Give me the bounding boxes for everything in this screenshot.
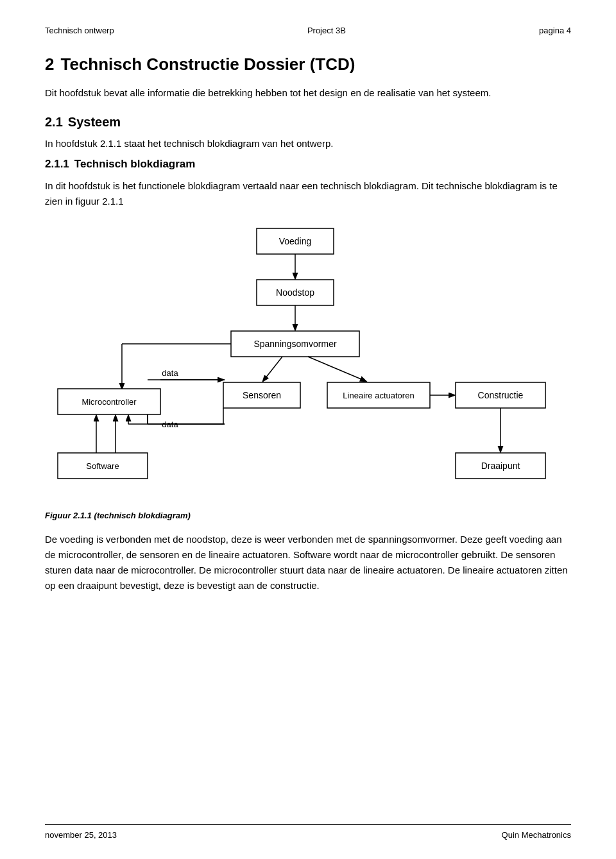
svg-text:Draaipunt: Draaipunt — [481, 461, 520, 471]
section-211-title: 2.1.1Technisch blokdiagram — [45, 158, 571, 171]
section-211-text1: In dit hoofdstuk is het functionele blok… — [45, 178, 571, 209]
section-21-text: In hoofdstuk 2.1.1 staat het technisch b… — [45, 136, 571, 151]
header-left: Technisch ontwerp — [45, 26, 114, 35]
description-text: De voeding is verbonden met de noodstop,… — [45, 532, 571, 593]
block-diagram: Voeding Noodstop Spanningsomvormer data — [45, 222, 571, 498]
chapter-number: 2 — [45, 55, 54, 74]
svg-line-8 — [263, 357, 282, 381]
svg-text:Sensoren: Sensoren — [243, 390, 281, 400]
page-footer: november 25, 2013 Quin Mechatronics — [45, 824, 571, 840]
svg-text:data: data — [162, 368, 178, 378]
header-right: pagina 4 — [539, 26, 571, 35]
section-211-number: 2.1.1 — [45, 158, 69, 170]
intro-text: Dit hoofdstuk bevat alle informatie die … — [45, 86, 571, 101]
section-211-title-text: Technisch blokdiagram — [74, 158, 196, 170]
section-21-number: 2.1 — [45, 115, 63, 129]
svg-text:Noodstop: Noodstop — [276, 287, 314, 298]
figure-caption: Figuur 2.1.1 (technisch blokdiagram) — [45, 511, 571, 520]
footer-right: Quin Mechatronics — [502, 830, 571, 840]
svg-text:Constructie: Constructie — [478, 390, 524, 400]
svg-text:Spanningsomvormer: Spanningsomvormer — [253, 339, 337, 349]
chapter-title: 2Technisch Constructie Dossier (TCD) — [45, 55, 571, 74]
chapter-title-text: Technisch Constructie Dossier (TCD) — [60, 55, 355, 74]
svg-text:Microcontroller: Microcontroller — [81, 397, 137, 407]
page: Technisch ontwerp Project 3B pagina 4 2T… — [0, 0, 616, 859]
page-header: Technisch ontwerp Project 3B pagina 4 — [45, 26, 571, 35]
svg-text:Voeding: Voeding — [279, 236, 312, 246]
section-21-title-text: Systeem — [68, 115, 121, 129]
footer-left: november 25, 2013 — [45, 830, 117, 840]
section-21-title: 2.1Systeem — [45, 115, 571, 130]
svg-text:Software: Software — [86, 461, 119, 471]
svg-text:Lineaire actuatoren: Lineaire actuatoren — [343, 391, 414, 400]
header-center: Project 3B — [307, 26, 346, 35]
diagram-svg: Voeding Noodstop Spanningsomvormer data — [45, 222, 571, 498]
svg-line-9 — [308, 357, 366, 381]
